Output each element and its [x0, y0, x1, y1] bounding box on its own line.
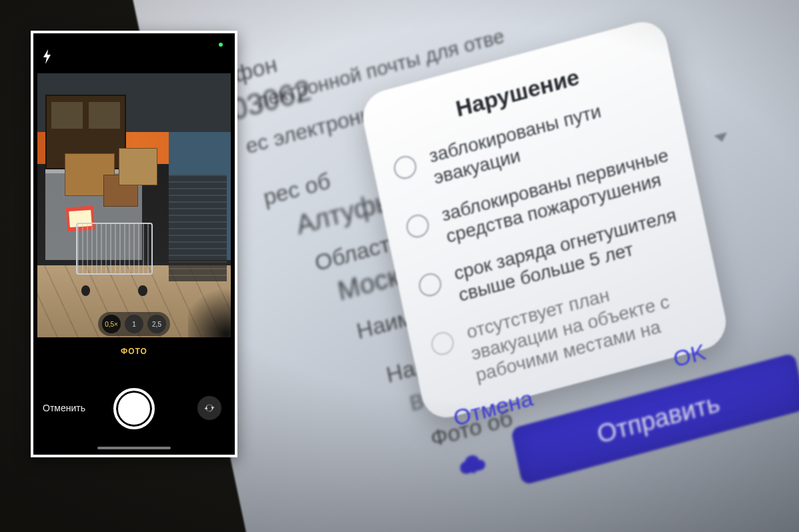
dialog-title: Нарушение	[383, 45, 653, 141]
scene-corner-shadow	[188, 281, 231, 340]
field-address-label: рес об	[261, 167, 332, 211]
dialog-cancel-button[interactable]: Отмена	[451, 385, 535, 432]
camera-phone: 0,5× 1 2,5 ФОТО Отменить	[31, 31, 237, 457]
camera-statusbar	[33, 33, 235, 69]
scene-rack	[169, 175, 227, 281]
field-email-blur-a: лектронной почты для отве	[255, 25, 506, 113]
field-region-value: Москва	[335, 253, 429, 306]
zoom-0-5x[interactable]: 0,5×	[102, 315, 121, 333]
field-violation-label: Наруше	[384, 341, 470, 389]
radio-icon[interactable]	[404, 212, 431, 240]
scene-cart	[76, 223, 165, 297]
field-phone-value: 03062	[228, 73, 314, 127]
radio-icon[interactable]	[417, 271, 444, 299]
field-email-blur-b: ес электронной почты для ответа	[243, 49, 570, 159]
submit-button[interactable]: Отправить	[510, 353, 799, 485]
violation-option-label: заблокированы пути эвакуации	[427, 85, 664, 189]
violation-dialog: Нарушение заблокированы пути эвакуации з…	[358, 16, 731, 423]
field-address-value: Алтуфь	[293, 187, 391, 241]
camera-viewfinder[interactable]: 0,5× 1 2,5	[37, 73, 231, 340]
violation-option-label: отсутствует план эвакуации на объекте с …	[465, 261, 707, 387]
camera-flip-button[interactable]	[197, 396, 221, 420]
privacy-dot-icon	[219, 43, 223, 47]
violation-option-label: срок заряда огнетушителя свыше больше 5 …	[452, 202, 690, 306]
violation-option[interactable]: отсутствует план эвакуации на объекте с …	[427, 253, 707, 396]
home-indicator[interactable]	[97, 447, 171, 449]
shutter-button[interactable]	[113, 388, 155, 429]
chevron-down-icon[interactable]	[714, 132, 729, 143]
zoom-pills[interactable]: 0,5× 1 2,5	[98, 312, 170, 336]
field-violation-value[interactable]: выбери	[406, 363, 502, 417]
scene-box	[119, 148, 157, 185]
camera-cancel-button[interactable]: Отменить	[43, 403, 85, 413]
field-photo-label: Фото об	[428, 405, 515, 452]
zoom-1x[interactable]: 1	[125, 315, 143, 333]
field-region-label: Область	[312, 228, 404, 277]
dialog-ok-button[interactable]: OK	[671, 339, 708, 373]
flash-icon[interactable]	[43, 49, 52, 67]
camera-mode-label[interactable]: ФОТО	[33, 347, 235, 356]
cloud-upload-icon[interactable]	[455, 449, 490, 482]
zoom-2-5x[interactable]: 2,5	[147, 315, 166, 333]
field-name-label: Наимен	[354, 297, 440, 344]
violation-option[interactable]: срок заряда огнетушителя свыше больше 5 …	[414, 194, 691, 323]
camera-bottom-bar: ФОТО Отменить	[33, 337, 235, 455]
violation-option[interactable]: заблокированы первичные средства пожарот…	[402, 135, 678, 265]
radio-icon[interactable]	[430, 329, 456, 357]
radio-icon[interactable]	[391, 153, 418, 181]
violation-option-label: заблокированы первичные средства пожарот…	[440, 143, 677, 247]
violation-option[interactable]: заблокированы пути эвакуации	[389, 77, 666, 206]
